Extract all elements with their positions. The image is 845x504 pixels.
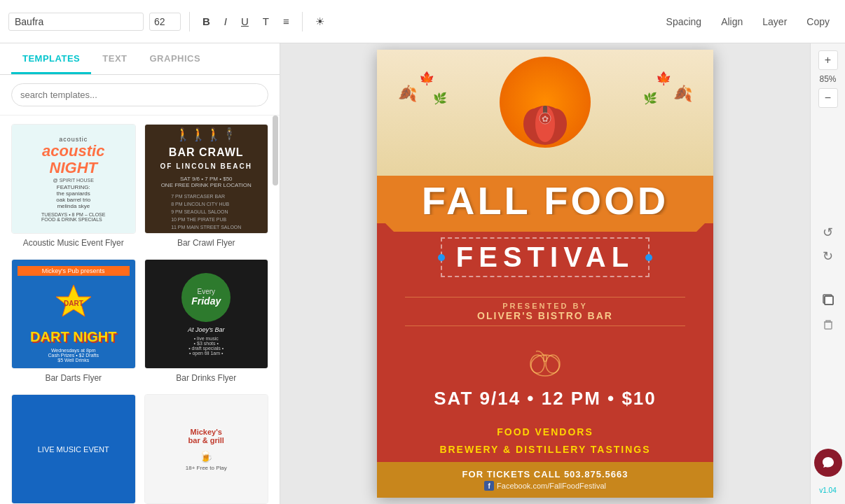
date-section: SAT 9/14 • 12 PM • $10 [391,388,699,410]
acoustic-night-text: acousticNIGHT [42,143,104,176]
tab-templates[interactable]: TEMPLATES [11,43,91,74]
footer-section: FOR TICKETS CALL 503.875.5663 f Facebook… [377,462,713,498]
barcrawl-sub: SAT 9/6 • 7 PM • $50ONE FREE DRINK PER L… [161,176,252,188]
mickeyspub-sub: 18+ Free to Play [186,465,227,471]
font-selector[interactable] [8,13,144,31]
festival-box: FESTIVAL [441,237,650,277]
acoustic-times: TUESDAYS • 8 PM – CLOSEFOOD & DRINK SPEC… [41,212,105,222]
blue-preview: LIVE MUSIC EVENT [12,395,135,503]
mickeyspub-title: Mickey'sbar & grill [188,428,224,444]
layer-button[interactable]: Layer [755,13,794,30]
bardrinks-friday: Friday [191,295,221,307]
bardrinks-sub: • live music• $3 shots •• draft specials… [188,336,224,356]
search-area [0,75,280,115]
barcrawl-preview: 🚶🚶🚶🕴 BAR CRAWLOF LINCOLN BEACH SAT 9/6 •… [145,125,268,233]
presented-section: PRESENTED BY OLIVER'S BISTRO BAR [391,297,699,326]
feature-2: BREWERY & DISTILLERY TASTINGS [391,441,699,458]
bardrinks-joey: At Joey's Bar [188,326,225,333]
align-button[interactable]: ≡ [279,13,294,30]
duplicate-button[interactable] [817,288,839,311]
leaf-left-3: 🌿 [433,92,447,105]
date-text: SAT 9/14 • 12 PM • $10 [391,388,699,410]
font-size-input[interactable] [149,13,181,31]
sidebar: TEMPLATES TEXT GRAPHICS acoustic acousti… [0,43,280,504]
template-dart[interactable]: Mickey's Pub presents DART DART NIGHT We… [11,259,136,386]
divider-bottom [405,326,685,326]
svg-point-10 [530,355,544,373]
festival-section: FESTIVAL [391,237,699,277]
leaf-right-3: 🌿 [643,92,657,105]
template-barcrawl[interactable]: 🚶🚶🚶🕴 BAR CRAWLOF LINCOLN BEACH SAT 9/6 •… [144,124,269,251]
main-layout: TEMPLATES TEXT GRAPHICS acoustic acousti… [0,43,845,504]
festival-text: FESTIVAL [456,241,634,273]
acoustic-preview: acoustic acousticNIGHT @ SPIRIT HOUSE FE… [12,125,135,233]
dart-header: Mickey's Pub presents [18,266,130,276]
template-mickeyspub[interactable]: Mickey'sbar & grill 🍺 18+ Free to Play [144,394,269,504]
bardrinks-circle: Every Friday [181,273,231,322]
barcrawl-thumb: 🚶🚶🚶🕴 BAR CRAWLOF LINCOLN BEACH SAT 9/6 •… [144,124,269,234]
beer-icon: 🍺 [199,450,213,463]
mickeyspub-thumb: Mickey'sbar & grill 🍺 18+ Free to Play [144,394,269,504]
acoustic-sub: FEATURING:the spaniardsoak barrel triome… [56,184,90,209]
brightness-button[interactable]: ☀ [311,13,329,31]
selection-handle-left[interactable] [438,254,445,261]
facebook-url: Facebook.com/FallFoodFestival [497,482,606,490]
bardrinks-thumb: Every Friday At Joey's Bar • live music•… [144,259,269,369]
footer-phone: FOR TICKETS CALL 503.875.5663 [391,469,699,479]
fall-food-text: FALL FOOD [391,181,699,220]
redo-button[interactable]: ↻ [818,246,838,266]
selection-handle-right[interactable] [645,254,652,261]
zoom-in-button[interactable]: + [818,50,838,70]
tab-graphics[interactable]: GRAPHICS [139,43,212,74]
bardrinks-preview: Every Friday At Joey's Bar • live music•… [145,260,268,368]
underline-button[interactable]: U [237,13,253,30]
presented-by-text: PRESENTED BY [405,302,685,310]
zoom-level: 85% [819,74,836,84]
bold-button[interactable]: B [198,13,214,30]
flyer-top-section: 🍂 🍁 🌿 🍂 🍁 🌿 [377,50,713,176]
delete-button[interactable] [818,315,838,335]
barcrawl-label: Bar Crawl Flyer [144,238,269,251]
svg-point-11 [546,355,560,373]
leaf-left-2: 🍁 [419,71,434,86]
template-bardrinks[interactable]: Every Friday At Joey's Bar • live music•… [144,259,269,386]
sidebar-scrollbar[interactable] [273,115,278,504]
sidebar-tabs: TEMPLATES TEXT GRAPHICS [0,43,280,75]
divider-1 [189,12,190,31]
leaf-left-1: 🍂 [398,85,417,103]
divider-top [405,297,685,298]
dart-star: DART [53,281,95,326]
bardrinks-label: Bar Drinks Flyer [144,373,269,386]
copy-button[interactable]: Copy [799,13,837,30]
templates-wrapper: acoustic acousticNIGHT @ SPIRIT HOUSE FE… [0,115,280,504]
transform-button[interactable]: T [259,13,273,30]
dart-preview: Mickey's Pub presents DART DART NIGHT We… [12,260,135,368]
spacing-button[interactable]: Spacing [659,13,709,30]
feature-1: FOOD VENDORS [391,424,699,441]
align-text-button[interactable]: Align [714,13,750,30]
tab-text[interactable]: TEXT [91,43,138,74]
italic-button[interactable]: I [220,13,231,30]
svg-text:DART: DART [64,300,83,307]
chat-button[interactable] [814,449,842,477]
template-blue[interactable]: LIVE MUSIC EVENT [11,394,136,504]
dart-sub: Wednesdays at 8pmCash Prizes • $2 Drafts… [48,348,99,363]
facebook-icon: f [484,481,494,491]
dart-night-text: DART NIGHT [30,329,116,345]
svg-rect-12 [544,356,547,361]
dart-label: Bar Darts Flyer [11,373,136,386]
flyer-banner: FALL FOOD [377,176,713,223]
zoom-out-button[interactable]: − [818,88,838,108]
template-acoustic[interactable]: acoustic acousticNIGHT @ SPIRIT HOUSE FE… [11,124,136,251]
barcrawl-title: BAR CRAWLOF LINCOLN BEACH [160,146,252,172]
undo-button[interactable]: ↺ [818,223,838,242]
svg-rect-16 [825,322,832,329]
canvas-area: 🍂 🍁 🌿 🍂 🍁 🌿 [280,43,810,504]
mickeyspub-preview: Mickey'sbar & grill 🍺 18+ Free to Play [145,395,268,503]
divider-2 [302,12,303,31]
templates-grid: acoustic acousticNIGHT @ SPIRIT HOUSE FE… [0,115,280,504]
search-input[interactable] [11,83,268,106]
acoustic-label: Acoustic Music Event Flyer [11,238,136,251]
flyer-canvas[interactable]: 🍂 🍁 🌿 🍂 🍁 🌿 [377,50,713,498]
svg-rect-14 [825,296,833,304]
